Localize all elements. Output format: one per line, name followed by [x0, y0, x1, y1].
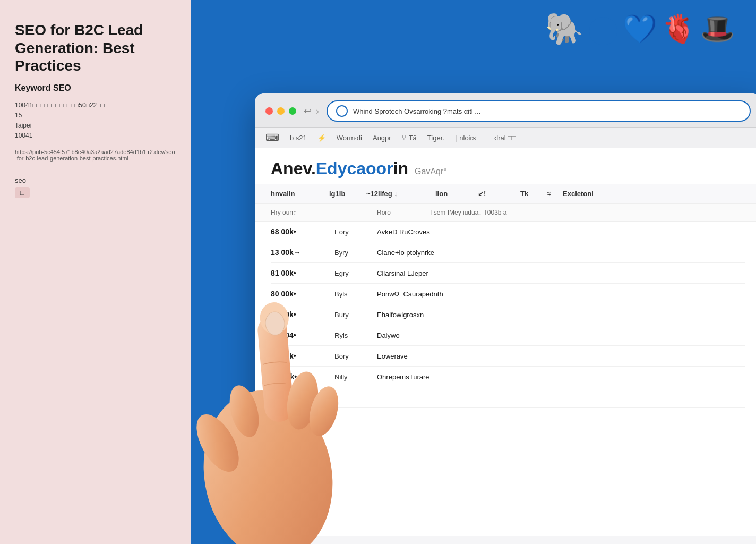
toolbar-label-tiger: Tiger. — [427, 134, 444, 142]
col-header-9: Excietoni — [563, 190, 745, 198]
sidebar: SEO for B2C Lead Generation: Best Practi… — [0, 0, 191, 544]
col-header-4: lion — [435, 190, 478, 198]
pipe-icon: | — [455, 134, 457, 142]
col-header-3[interactable]: ~12lifeg ↓ — [366, 190, 435, 198]
browser-nav: ↩ › — [304, 105, 319, 117]
lightning-icon: ⚡ — [317, 134, 326, 142]
row-keyword-2: Clane+lo ptolynrke — [377, 249, 745, 257]
col-header-1: hnvalin — [271, 190, 329, 198]
hand-overlay — [191, 209, 361, 544]
toolbar-item-nloirs[interactable]: | nloirs — [455, 134, 476, 142]
toolbar-label-lral: ⊢ ‹lral □□ — [486, 134, 516, 142]
toolbar-item-augpr[interactable]: Augpr — [373, 134, 391, 142]
browser-chrome: ↩ › Whind Sprotech Ovsarroking ?mats αit… — [255, 93, 756, 128]
sidebar-tag-box: □ — [15, 187, 30, 198]
table-header: hnvalin lg1lb ~12lifeg ↓ lion ↙! Tk ≈ Ex… — [255, 184, 756, 203]
col-header-7: Tk — [520, 190, 547, 198]
row-keyword-5: Ehalfowigrosxn — [377, 311, 745, 319]
toolbar-item-worm[interactable]: Worm·di — [337, 134, 362, 142]
toolbar-label-augpr: Augpr — [373, 134, 391, 142]
toolbar-label-bs21: b s21 — [290, 134, 307, 142]
subheader-col2: Roro — [377, 209, 419, 216]
sidebar-meta: 10041□□□□□□□□□□□□50□22□□□ 15 Taipei 1004… — [15, 100, 176, 141]
row-keyword-1: ΔvkeD RuCroves — [377, 228, 745, 236]
page-title-part2: Edycaoor — [316, 159, 393, 178]
toolbar-item-ta[interactable]: ⑂ Tā — [402, 134, 417, 142]
toolbar-item-lral[interactable]: ⊢ ‹lral □□ — [486, 134, 516, 142]
sidebar-url: https://pub-5c454f571b8e40a3a2aad27ade84… — [15, 149, 176, 162]
page-header: Anev. Edycaoor in GavAqr° — [255, 148, 756, 184]
browser-circle-icon — [336, 105, 348, 117]
traffic-light-green[interactable] — [289, 107, 296, 115]
address-bar[interactable]: Whind Sprotech Ovsarroking ?mats αitl ..… — [327, 100, 751, 122]
address-text: Whind Sprotech Ovsarroking ?mats αitl ..… — [353, 107, 741, 115]
subheader-col3: I sem IMey iudua↓ T003b a — [430, 209, 745, 216]
traffic-light-yellow[interactable] — [277, 107, 285, 115]
toolbar-item-lightning[interactable]: ⚡ — [317, 134, 326, 142]
toolbar-label-worm: Worm·di — [337, 134, 362, 142]
hat-icon: 🎩 — [700, 13, 735, 45]
traffic-lights — [265, 107, 296, 115]
emoji-icon: 🫀 — [662, 13, 696, 45]
browser-toolbar: ⌨ b s21 ⚡ Worm·di Augpr ⑂ Tā Tiger. | — [255, 128, 756, 148]
meta-line1: 10041□□□□□□□□□□□□50□22□□□ — [15, 101, 108, 109]
row-keyword-6: Dalywo — [377, 332, 745, 339]
traffic-light-red[interactable] — [265, 107, 273, 115]
toolbar-item-keyboard[interactable]: ⌨ — [265, 132, 279, 143]
row-keyword-8: OhrepemsTurare — [377, 373, 745, 381]
col-header-8: ≈ — [547, 190, 563, 198]
top-icons-area: 🐘 ⬤ 💙 🫀 🎩 — [545, 11, 735, 47]
page-title-part3: in — [393, 159, 408, 178]
meta-line3: Taipei — [15, 122, 31, 129]
row-keyword-3: Cllarsinal LJeper — [377, 269, 745, 277]
page-title: SEO for B2C Lead Generation: Best Practi… — [15, 21, 176, 75]
forward-icon[interactable]: › — [316, 106, 319, 117]
main-content: 🐘 ⬤ 💙 🫀 🎩 ↩ › Whind Sprotech Ovsarroking… — [191, 0, 756, 544]
back-icon[interactable]: ↩ — [304, 105, 312, 117]
fork-icon: ⑂ — [402, 134, 406, 142]
page-title-part1: Anev. — [271, 159, 316, 178]
toolbar-item-b-s21[interactable]: b s21 — [290, 134, 307, 142]
meta-line4: 10041 — [15, 132, 32, 139]
toolbar-label-nloirs: nloirs — [459, 134, 476, 142]
col-header-2: lg1lb — [329, 190, 366, 198]
elephant-icon: 🐘 — [545, 11, 583, 47]
col-header-5: ↙! — [478, 190, 504, 198]
keyboard-icon: ⌨ — [265, 132, 279, 143]
blue-circle-icon: ⬤ — [588, 13, 618, 45]
row-keyword-7: Eowerave — [377, 352, 745, 360]
keyword-seo-label: Keyword SEO — [15, 83, 176, 93]
page-subtitle: GavAqr° — [415, 167, 447, 176]
toolbar-label-ta: Tā — [409, 134, 417, 142]
sidebar-tag: seo — [15, 176, 26, 184]
meta-line2: 15 — [15, 112, 22, 119]
row-keyword-4: PonwΩ_Caurapednth — [377, 290, 745, 298]
toolbar-item-tiger[interactable]: Tiger. — [427, 134, 444, 142]
heart-icon: 💙 — [623, 13, 657, 45]
